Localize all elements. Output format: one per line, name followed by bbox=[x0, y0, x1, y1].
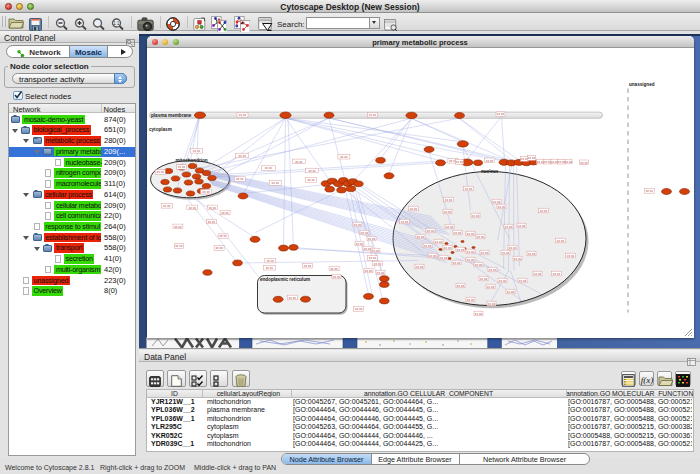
svg-text:xx xx: xx xx bbox=[415, 264, 423, 268]
svg-text:xx xx: xx xx bbox=[416, 234, 424, 238]
svg-text:xx xx: xx xx bbox=[445, 224, 453, 228]
svg-text:xx xx: xx xx bbox=[264, 166, 272, 170]
svg-text:xx xx: xx xx bbox=[443, 209, 451, 213]
svg-text:xx xx: xx xx bbox=[527, 156, 535, 160]
svg-text:xx xx: xx xx bbox=[434, 239, 442, 243]
svg-text:xx xx: xx xx bbox=[506, 289, 514, 293]
svg-text:xx xx: xx xx bbox=[497, 204, 505, 208]
svg-text:xx xx: xx xx bbox=[466, 231, 474, 235]
svg-text:xx xx: xx xx bbox=[479, 276, 487, 280]
svg-text:xx xx: xx xx bbox=[295, 159, 303, 163]
svg-text:xx xx: xx xx bbox=[363, 246, 371, 250]
svg-text:xx xx: xx xx bbox=[266, 258, 274, 262]
svg-text:1:1: 1:1 bbox=[113, 21, 120, 26]
svg-text:xx xx: xx xx bbox=[580, 160, 588, 164]
svg-text:xx xx: xx xx bbox=[340, 154, 348, 158]
svg-text:xx xx: xx xx bbox=[456, 247, 464, 251]
svg-text:xx xx: xx xx bbox=[492, 199, 500, 203]
svg-text:xx xx: xx xx bbox=[177, 165, 185, 169]
svg-text:xx xx: xx xx bbox=[409, 206, 417, 210]
svg-text:xx xx: xx xx bbox=[466, 257, 474, 261]
svg-text:xx xx: xx xx bbox=[307, 178, 315, 182]
svg-text:xx xx: xx xx bbox=[444, 197, 452, 201]
svg-text:xx xx: xx xx bbox=[236, 177, 244, 181]
svg-text:xx xx: xx xx bbox=[488, 267, 496, 271]
svg-text:xx xx: xx xx bbox=[466, 297, 474, 301]
svg-text:xx xx: xx xx bbox=[364, 268, 372, 272]
svg-text:xx xx: xx xx bbox=[332, 274, 340, 278]
svg-text:xx xx: xx xx bbox=[556, 238, 564, 242]
svg-text:xx xx: xx xx bbox=[466, 249, 474, 253]
svg-text:xx xx: xx xx bbox=[360, 230, 368, 234]
svg-text:xx xx: xx xx bbox=[163, 204, 171, 208]
svg-text:xx xx: xx xx bbox=[486, 284, 494, 288]
svg-text:xx xx: xx xx bbox=[480, 250, 488, 254]
svg-text:xx xx: xx xx bbox=[485, 158, 493, 162]
svg-text:endoplasmic reticulum: endoplasmic reticulum bbox=[260, 276, 310, 281]
svg-text:xx xx: xx xx bbox=[208, 205, 216, 209]
svg-text:xx xx: xx xx bbox=[400, 219, 408, 223]
svg-text:xx xx: xx xx bbox=[215, 246, 223, 250]
svg-text:xx xx: xx xx bbox=[271, 181, 279, 185]
svg-text:xx xx: xx xx bbox=[476, 234, 484, 238]
svg-text:xx xx: xx xx bbox=[303, 263, 311, 267]
svg-text:f(x): f(x) bbox=[640, 375, 653, 385]
svg-text:xx xx: xx xx bbox=[373, 261, 381, 265]
svg-text:xx xx: xx xx bbox=[487, 301, 495, 305]
svg-text:xx xx: xx xx bbox=[455, 160, 463, 164]
svg-text:xx xx: xx xx bbox=[443, 245, 451, 249]
svg-text:xx xx: xx xx bbox=[238, 153, 246, 157]
svg-text:xx xx: xx xx bbox=[207, 219, 215, 223]
svg-text:xx xx: xx xx bbox=[539, 208, 547, 212]
svg-text:xx xx: xx xx bbox=[368, 256, 376, 260]
svg-text:xx xx: xx xx bbox=[474, 311, 482, 315]
svg-text:xx xx: xx xx bbox=[188, 205, 196, 209]
svg-text:xx xx: xx xx bbox=[308, 168, 316, 172]
svg-text:nucleus: nucleus bbox=[481, 168, 499, 173]
svg-text:xx xx: xx xx bbox=[453, 230, 461, 234]
svg-text:xx xx: xx xx bbox=[156, 170, 164, 174]
svg-text:xx xx: xx xx bbox=[288, 295, 296, 299]
svg-text:xx xx: xx xx bbox=[426, 228, 434, 232]
svg-text:xx xx: xx xx bbox=[527, 251, 535, 255]
svg-text:xx xx: xx xx bbox=[566, 253, 574, 257]
svg-text:xx xx: xx xx bbox=[353, 222, 361, 226]
svg-text:xx xx: xx xx bbox=[645, 189, 653, 193]
svg-text:xx xx: xx xx bbox=[508, 245, 516, 249]
svg-text:xx xx: xx xx bbox=[428, 253, 436, 257]
svg-text:xx xx: xx xx bbox=[219, 234, 227, 238]
svg-text:mitochondrion: mitochondrion bbox=[175, 158, 207, 163]
svg-text:xx xx: xx xx bbox=[202, 189, 210, 193]
svg-text:xx xx: xx xx bbox=[330, 266, 338, 270]
svg-text:xx xx: xx xx bbox=[238, 113, 246, 117]
svg-text:xx xx: xx xx bbox=[376, 270, 384, 274]
svg-text:xx xx: xx xx bbox=[471, 213, 479, 217]
svg-text:xx xx: xx xx bbox=[552, 271, 560, 275]
svg-text:xx xx: xx xx bbox=[174, 224, 182, 228]
svg-text:xx xx: xx xx bbox=[355, 307, 363, 311]
svg-text:xx xx: xx xx bbox=[496, 112, 504, 116]
svg-text:xx xx: xx xx bbox=[221, 210, 229, 214]
svg-text:xx xx: xx xx bbox=[501, 250, 509, 254]
svg-text:xx xx: xx xx bbox=[423, 243, 431, 247]
svg-text:unassigned: unassigned bbox=[629, 82, 655, 87]
svg-text:xx xx: xx xx bbox=[464, 186, 472, 190]
svg-text:xx xx: xx xx bbox=[518, 278, 526, 282]
svg-text:xx xx: xx xx bbox=[175, 244, 183, 248]
svg-text:xx xx: xx xx bbox=[498, 278, 506, 282]
svg-text:xx xx: xx xx bbox=[504, 224, 512, 228]
svg-text:xx xx: xx xx bbox=[439, 255, 447, 259]
svg-text:xx xx: xx xx bbox=[474, 262, 482, 266]
svg-text:xx xx: xx xx bbox=[564, 159, 572, 163]
svg-text:xx xx: xx xx bbox=[265, 265, 273, 269]
svg-text:xx xx: xx xx bbox=[371, 248, 379, 252]
svg-text:xx xx: xx xx bbox=[367, 236, 375, 240]
svg-text:xx xx: xx xx bbox=[192, 149, 200, 153]
svg-text:xx xx: xx xx bbox=[456, 283, 464, 287]
svg-text:plasma membrane: plasma membrane bbox=[151, 112, 192, 117]
svg-text:xx xx: xx xx bbox=[452, 260, 460, 264]
svg-text:xx xx: xx xx bbox=[355, 241, 363, 245]
svg-text:xx xx: xx xx bbox=[368, 113, 376, 117]
svg-text:cytoplasm: cytoplasm bbox=[149, 126, 172, 131]
svg-text:xx xx: xx xx bbox=[533, 271, 541, 275]
